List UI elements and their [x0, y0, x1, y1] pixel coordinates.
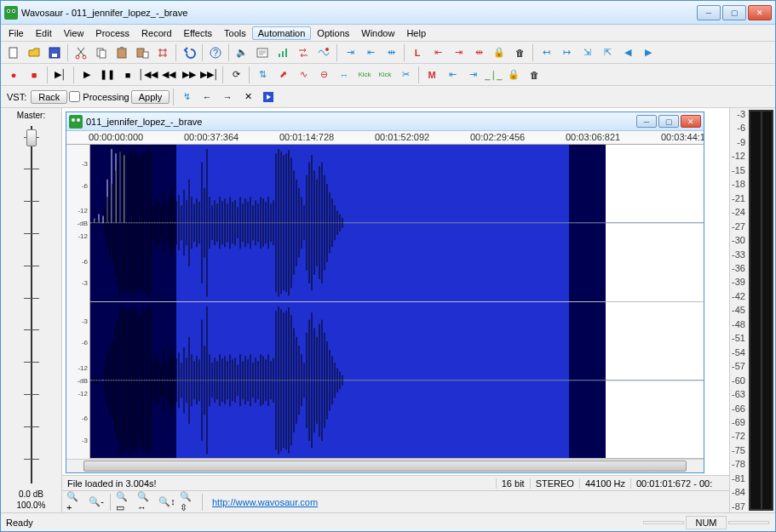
forward-icon[interactable]: ▶▶: [180, 66, 198, 84]
marker-start-icon[interactable]: ⇥: [341, 43, 359, 62]
hscroll-thumb[interactable]: [83, 460, 687, 472]
main-titlebar[interactable]: Wavosaur - 011_jennifer_lopez_-_brave ─ …: [1, 1, 775, 25]
time-ruler[interactable]: 00:00:00:000 00:00:37:364 00:01:14:728 0…: [66, 131, 704, 145]
child-title: 011_jennifer_lopez_-_brave: [86, 117, 636, 127]
chain-play-icon[interactable]: [259, 88, 278, 106]
child-titlebar[interactable]: 011_jennifer_lopez_-_brave ─ ▢ ✕: [66, 112, 704, 131]
paste-icon[interactable]: [112, 43, 131, 62]
sel-shrink-icon[interactable]: ⇲: [578, 43, 596, 62]
undo-icon[interactable]: [180, 43, 198, 62]
marker-snap-icon[interactable]: ⎯┃⎯: [484, 66, 503, 84]
pause-icon[interactable]: ❚❚: [98, 66, 117, 84]
envelope-icon[interactable]: ∿: [294, 66, 313, 84]
play-skip-icon[interactable]: ▶│: [51, 66, 70, 84]
route-icon[interactable]: ↯: [177, 88, 196, 106]
reverse-icon[interactable]: ↔: [335, 66, 354, 84]
kick1-icon[interactable]: Kick: [355, 66, 374, 84]
loop-in-icon[interactable]: ⇤: [428, 43, 447, 62]
vst-rack-button[interactable]: Rack: [31, 90, 67, 104]
child-maximize-button[interactable]: ▢: [658, 115, 679, 128]
master-slider-thumb[interactable]: [26, 129, 37, 146]
meter-bar-l: [750, 112, 761, 509]
marker-next-icon[interactable]: ⇥: [463, 66, 482, 84]
menu-options[interactable]: Options: [311, 26, 355, 40]
kick2-icon[interactable]: Kick: [376, 66, 394, 84]
zoom-sel-icon[interactable]: 🔍▭: [115, 493, 134, 512]
menu-automation[interactable]: Automation: [252, 26, 312, 40]
sel-next-icon[interactable]: ↦: [557, 43, 576, 62]
marker-prev-icon[interactable]: ⇤: [443, 66, 462, 84]
wave-hscroll[interactable]: [66, 459, 704, 472]
chain-next-icon[interactable]: →: [218, 88, 237, 106]
marker-both-icon[interactable]: ⇹: [382, 43, 400, 62]
loop-start-icon[interactable]: L: [408, 43, 427, 62]
menu-tools[interactable]: Tools: [218, 26, 252, 40]
marker-del-icon[interactable]: 🗑: [525, 66, 543, 84]
minimize-button[interactable]: ─: [697, 5, 721, 20]
menu-window[interactable]: Window: [355, 26, 400, 40]
menu-effects[interactable]: Effects: [178, 26, 218, 40]
chain-prev-icon[interactable]: ←: [198, 88, 216, 106]
marker-end-icon[interactable]: ⇤: [361, 43, 380, 62]
cut-icon[interactable]: [72, 43, 90, 62]
cut-tail-icon[interactable]: ✂: [396, 66, 415, 84]
zoom-in-icon[interactable]: 🔍+: [66, 493, 84, 512]
paste-new-icon[interactable]: [133, 43, 152, 62]
crop-icon[interactable]: [153, 43, 172, 62]
fade-icon[interactable]: ⬈: [273, 66, 292, 84]
menu-file[interactable]: File: [3, 26, 30, 40]
menu-process[interactable]: Process: [89, 26, 135, 40]
toolbar-vst: VST: Rack Processing Apply ↯ ← → ✕: [1, 86, 775, 108]
normalize-icon[interactable]: ⇅: [253, 66, 272, 84]
close-button[interactable]: ✕: [748, 5, 772, 20]
rewind-icon[interactable]: ◀◀: [159, 66, 178, 84]
zoom-v-in-icon[interactable]: 🔍↕: [158, 493, 176, 512]
skip-start-icon[interactable]: │◀◀: [139, 66, 158, 84]
repeat-icon[interactable]: ⟳: [227, 66, 245, 84]
child-close-button[interactable]: ✕: [681, 115, 701, 128]
loop-delete-icon[interactable]: 🗑: [510, 43, 529, 62]
play-icon[interactable]: ▶: [78, 66, 96, 84]
child-selection: 00:01:01:672 - 00:: [630, 478, 724, 489]
wavosaur-link[interactable]: http://www.wavosaur.com: [212, 497, 318, 507]
sel-grow-icon[interactable]: ⇱: [598, 43, 617, 62]
stats-icon[interactable]: [273, 43, 292, 62]
zoom-out-icon[interactable]: 🔍-: [87, 493, 106, 512]
master-slider[interactable]: [3, 126, 60, 483]
menu-help[interactable]: Help: [400, 26, 432, 40]
vst-processing-check[interactable]: Processing: [69, 91, 129, 102]
chain-del-icon[interactable]: ✕: [239, 88, 257, 106]
loop-out-icon[interactable]: ⇥: [449, 43, 468, 62]
loop-both-icon[interactable]: ⇹: [469, 43, 488, 62]
wave-area[interactable]: -3 -6 -12 -dB -12 -6 -3 -3 -6 -12 -dB: [66, 145, 704, 459]
new-icon[interactable]: [4, 43, 23, 62]
skip-end-icon[interactable]: ▶▶│: [200, 66, 219, 84]
svg-rect-20: [282, 51, 284, 57]
marker-lock-icon[interactable]: 🔒: [504, 66, 523, 84]
vst-apply-button[interactable]: Apply: [131, 90, 170, 104]
menu-edit[interactable]: Edit: [30, 26, 58, 40]
maximize-button[interactable]: ▢: [722, 5, 746, 20]
menu-view[interactable]: View: [58, 26, 90, 40]
zoom-v-out-icon[interactable]: 🔍⇳: [179, 493, 198, 512]
invert-icon[interactable]: ⊖: [314, 66, 333, 84]
stop-rec-icon[interactable]: ■: [25, 66, 43, 84]
stop-icon[interactable]: ■: [118, 66, 137, 84]
convert-icon[interactable]: [294, 43, 313, 62]
copy-icon[interactable]: [92, 43, 111, 62]
open-icon[interactable]: [25, 43, 43, 62]
goto-start-icon[interactable]: ◀: [618, 43, 637, 62]
properties-icon[interactable]: [253, 43, 272, 62]
record-icon[interactable]: ●: [4, 66, 23, 84]
menu-record[interactable]: Record: [135, 26, 177, 40]
help-icon[interactable]: ?: [206, 43, 225, 62]
volume-icon[interactable]: 🔈: [233, 43, 251, 62]
save-icon[interactable]: [45, 43, 64, 62]
child-minimize-button[interactable]: ─: [636, 115, 657, 128]
goto-end-icon[interactable]: ▶: [639, 43, 658, 62]
loop-lock-icon[interactable]: 🔒: [490, 43, 509, 62]
zoom-all-icon[interactable]: 🔍↔: [136, 493, 155, 512]
resample-icon[interactable]: [314, 43, 333, 62]
marker-m-icon[interactable]: M: [422, 66, 441, 84]
sel-prev-icon[interactable]: ↤: [537, 43, 555, 62]
